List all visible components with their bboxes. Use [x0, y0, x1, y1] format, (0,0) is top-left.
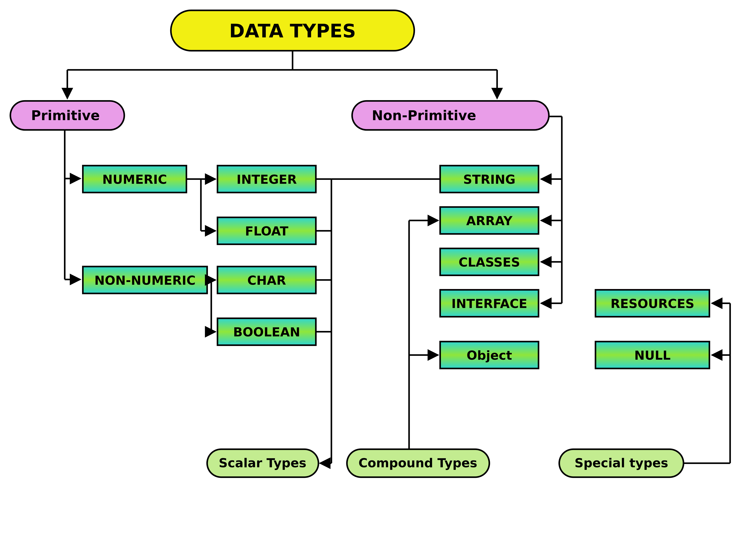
string-node: STRING — [440, 165, 539, 192]
float-label: FLOAT — [245, 224, 288, 238]
array-node: ARRAY — [440, 207, 539, 234]
data-types-diagram: DATA TYPES Primitive Non-Primitive NUMER… — [0, 0, 756, 497]
non-primitive-node: Non-Primitive — [352, 101, 549, 130]
compound-types-node: Compound Types — [347, 449, 489, 477]
root-label: DATA TYPES — [229, 20, 356, 42]
numeric-node: NUMERIC — [83, 165, 186, 192]
non-numeric-node: NON-NUMERIC — [83, 266, 207, 293]
scalar-types-label: Scalar Types — [219, 456, 307, 470]
null-node: NULL — [595, 342, 709, 368]
integer-label: INTEGER — [236, 172, 297, 187]
array-label: ARRAY — [466, 214, 513, 228]
classes-label: CLASSES — [459, 255, 520, 269]
null-label: NULL — [634, 348, 671, 363]
numeric-label: NUMERIC — [102, 172, 167, 187]
char-node: CHAR — [217, 266, 316, 293]
integer-node: INTEGER — [217, 165, 316, 192]
special-types-node: Special types — [559, 449, 684, 477]
object-label: Object — [467, 348, 512, 363]
root-node: DATA TYPES — [171, 10, 414, 51]
non-primitive-label: Non-Primitive — [372, 108, 476, 123]
scalar-types-node: Scalar Types — [207, 449, 318, 477]
non-numeric-label: NON-NUMERIC — [94, 273, 196, 288]
primitive-label: Primitive — [31, 108, 100, 123]
resources-label: RESOURCES — [610, 296, 694, 311]
special-types-label: Special types — [575, 456, 668, 470]
string-label: STRING — [463, 172, 515, 187]
float-node: FLOAT — [217, 217, 316, 244]
primitive-node: Primitive — [11, 101, 124, 130]
char-label: CHAR — [247, 273, 286, 288]
interface-node: INTERFACE — [440, 290, 539, 317]
classes-node: CLASSES — [440, 248, 539, 275]
boolean-label: BOOLEAN — [233, 325, 300, 339]
resources-node: RESOURCES — [595, 290, 709, 317]
compound-types-label: Compound Types — [359, 456, 477, 470]
interface-label: INTERFACE — [451, 296, 527, 311]
boolean-node: BOOLEAN — [217, 318, 316, 345]
object-node: Object — [440, 342, 539, 368]
